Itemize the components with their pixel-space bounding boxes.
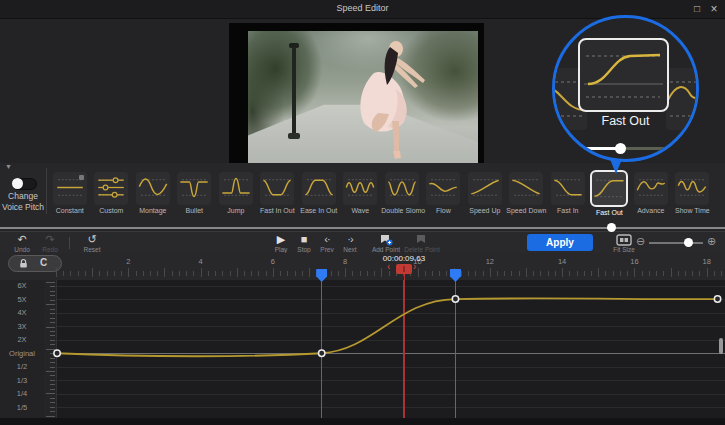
tick [63, 271, 64, 276]
undo-button[interactable]: ↶ Undo [8, 233, 36, 253]
magnifier-slider-handle[interactable] [615, 143, 626, 154]
vertical-scrollbar-thumb[interactable] [719, 338, 723, 354]
tick [208, 271, 209, 276]
preset-thumbnail [177, 172, 211, 205]
delete-point-button[interactable]: Delete Point [398, 233, 446, 253]
tick [613, 271, 614, 276]
ruler-number: 12 [486, 257, 494, 266]
control-point[interactable] [452, 296, 458, 302]
preset-label: Jump [215, 207, 256, 214]
tick [201, 268, 202, 277]
maximize-icon[interactable]: □ [689, 1, 705, 17]
tick [519, 271, 520, 276]
magnified-preset-thumbnail [578, 38, 669, 112]
voice-pitch-label-2: Voice Pitch [0, 202, 46, 212]
tick [128, 268, 129, 277]
tick [172, 271, 173, 276]
tick [591, 271, 592, 276]
preset-thumbnail [136, 172, 170, 205]
speed-curve-graph[interactable]: 6X5X4X3X2XOriginal1/21/31/41/5 [0, 280, 725, 418]
preset-custom[interactable]: Custom [91, 169, 132, 214]
preset-thumbnail [675, 172, 709, 205]
tick [656, 271, 657, 276]
preset-constant[interactable]: Constant [49, 169, 90, 214]
dancer-figure [344, 35, 436, 161]
tick [634, 268, 635, 277]
zoom-out-icon[interactable]: ⊖ [636, 235, 645, 248]
tick [526, 268, 527, 277]
apply-button[interactable]: Apply [527, 234, 593, 251]
preset-show-time[interactable]: Show Time [672, 169, 713, 214]
preset-ease-in-out[interactable]: Ease In Out [298, 169, 339, 214]
lock-icon[interactable] [18, 258, 29, 269]
tick [642, 271, 643, 276]
tick [70, 271, 71, 276]
tick [287, 271, 288, 276]
tick [548, 271, 549, 276]
control-point[interactable] [54, 350, 60, 356]
preset-speed-up[interactable]: Speed Up [464, 169, 505, 214]
tick [418, 268, 419, 277]
next-button[interactable]: ·› Next [336, 233, 364, 253]
preset-label: Show Time [672, 207, 713, 214]
preset-speed-down[interactable]: Speed Down [506, 169, 547, 214]
fit-size-button[interactable]: Fit Size [609, 233, 639, 253]
preset-intensity-slider-handle[interactable] [607, 223, 616, 232]
preset-label: Bullet [174, 207, 215, 214]
preset-montage[interactable]: Montage [132, 169, 173, 214]
preset-bullet[interactable]: Bullet [174, 169, 215, 214]
preset-fast-in-out[interactable]: Fast In Out [257, 169, 298, 214]
preset-label: Custom [91, 207, 132, 214]
tick [446, 271, 447, 276]
reset-button[interactable]: ↺ Reset [78, 233, 106, 253]
tick [352, 271, 353, 276]
preset-thumbnail [509, 172, 543, 205]
preset-fast-out[interactable]: Fast Out [589, 169, 630, 216]
timeline-ruler[interactable]: C 24681012141618 00:00:09.63 ‹ › [0, 253, 725, 280]
preset-thumbnail [94, 172, 128, 205]
timeline-zoom-slider-track[interactable] [649, 242, 703, 244]
tick [266, 271, 267, 276]
redo-button[interactable]: ↷ Redo [36, 233, 64, 253]
playhead-step-back-icon[interactable]: ‹ [387, 262, 390, 272]
preset-label: Montage [132, 207, 173, 214]
preset-flow[interactable]: Flow [423, 169, 464, 214]
magnifier-slider-track[interactable] [571, 147, 620, 150]
playhead-handle[interactable] [396, 264, 412, 274]
preset-wave[interactable]: Wave [340, 169, 381, 214]
tick [92, 268, 93, 277]
preset-label: Fast In [547, 207, 588, 214]
preset-label: Speed Up [464, 207, 505, 214]
control-point[interactable] [714, 296, 720, 302]
preset-label: Double Slomo [381, 207, 422, 214]
voice-pitch-toggle[interactable] [12, 178, 37, 190]
control-point[interactable] [319, 350, 325, 356]
tick [439, 271, 440, 276]
tick [714, 271, 715, 276]
tick [671, 268, 672, 277]
magnifier-callout: Fast Out [552, 15, 699, 162]
zoom-in-icon[interactable]: ⊕ [707, 235, 716, 248]
preset-jump[interactable]: Jump [215, 169, 256, 214]
preset-intensity-slider-track[interactable] [0, 227, 725, 229]
timeline-zoom-slider-handle[interactable] [684, 238, 693, 247]
tick [345, 268, 346, 277]
close-icon[interactable]: × [706, 1, 722, 17]
voice-pitch-label-1: Change [0, 191, 46, 201]
preset-fast-in[interactable]: Fast In [547, 169, 588, 214]
preset-double-slomo[interactable]: Double Slomo [381, 169, 422, 214]
tick [121, 271, 122, 276]
playhead-step-forward-icon[interactable]: › [413, 262, 416, 272]
tick [222, 271, 223, 276]
tick [164, 268, 165, 277]
tick [244, 271, 245, 276]
preset-label: Fast In Out [257, 207, 298, 214]
preset-advance[interactable]: Advance [630, 169, 671, 214]
tick [186, 271, 187, 276]
toggle-knob [12, 178, 23, 189]
collapse-panel-icon[interactable]: ▼ [5, 163, 12, 170]
preset-thumbnail [634, 172, 668, 205]
tick [483, 271, 484, 276]
snap-icon[interactable]: C [40, 257, 47, 268]
tick [692, 271, 693, 276]
